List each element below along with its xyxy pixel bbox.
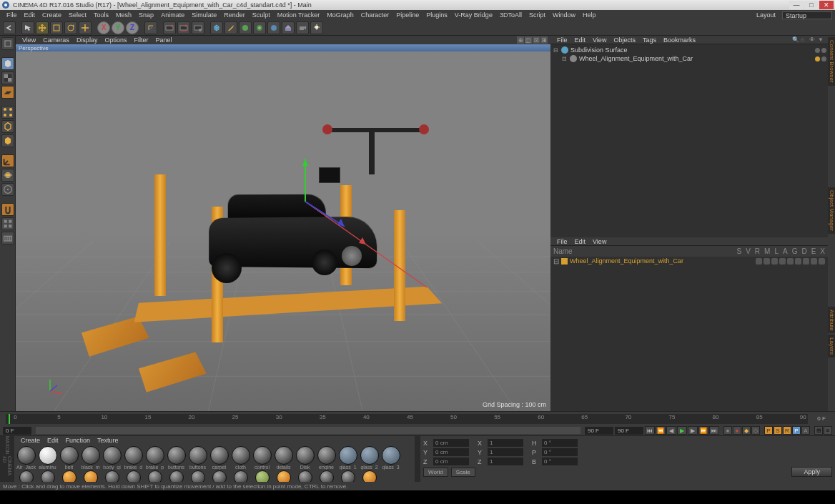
menu-create[interactable]: Create — [39, 11, 65, 19]
rot-b-field[interactable]: 0 ° — [542, 458, 578, 465]
obj-menu-tags[interactable]: Tags — [639, 36, 660, 44]
menu-plugins[interactable]: Plugins — [423, 11, 451, 19]
pla-key-button[interactable]: A — [801, 426, 810, 435]
layer-color-swatch[interactable] — [561, 258, 568, 265]
vp-config4-icon[interactable]: ⊞ — [540, 36, 548, 44]
record-button[interactable]: ● — [723, 426, 732, 435]
layout-dropdown[interactable]: Startup — [782, 11, 832, 19]
scale-key-button[interactable]: S — [774, 426, 782, 435]
material-item[interactable] — [252, 470, 272, 482]
coord-mode-dropdown[interactable]: World — [423, 468, 448, 477]
scale-x-field[interactable]: 1 — [488, 439, 523, 447]
vp-menu-cameras[interactable]: Cameras — [39, 36, 73, 44]
menu-render[interactable]: Render — [220, 11, 249, 19]
menu-animate[interactable]: Animate — [157, 11, 188, 19]
model-mode-button[interactable] — [1, 57, 14, 70]
timeline-end-in-field[interactable]: 90 F — [585, 427, 613, 435]
polygons-mode-button[interactable] — [1, 134, 14, 147]
scale-button[interactable] — [50, 21, 63, 34]
menu-sculpt[interactable]: Sculpt — [249, 11, 274, 19]
tab-layers[interactable]: Layers — [828, 335, 835, 357]
attr-dot-icon[interactable] — [819, 258, 825, 265]
pos-z-field[interactable]: 0 cm — [433, 458, 469, 465]
material-scrollbar[interactable] — [415, 436, 420, 482]
deformer-button[interactable] — [267, 21, 280, 34]
search-icon[interactable]: 🔍 — [792, 36, 799, 44]
eye-icon[interactable]: 👁 — [809, 36, 816, 44]
next-frame-button[interactable]: ▶ — [688, 426, 698, 435]
timeline-start-field[interactable]: 0 F — [3, 427, 31, 435]
param-key-button[interactable]: P — [792, 426, 801, 435]
obj-menu-edit[interactable]: Edit — [571, 36, 590, 44]
minimize-button[interactable]: — — [789, 1, 804, 9]
vp-menu-view[interactable]: View — [19, 36, 39, 44]
pos-x-field[interactable]: 0 cm — [433, 439, 469, 447]
keysel-button[interactable]: ◇ — [751, 426, 760, 435]
menu-select[interactable]: Select — [65, 11, 90, 19]
snap-enable-button[interactable] — [1, 203, 14, 216]
material-item[interactable] — [16, 470, 36, 482]
timeline-ruler[interactable]: 051015202530354045505560657075808590 0 F — [0, 411, 835, 425]
mat-menu-create[interactable]: Create — [17, 437, 44, 444]
scale-y-field[interactable]: 1 — [488, 448, 523, 456]
y-axis-toggle[interactable]: Y — [112, 21, 124, 34]
menu-script[interactable]: Script — [525, 11, 549, 19]
autokey-button[interactable]: ● — [733, 426, 741, 435]
menu-window[interactable]: Window — [549, 11, 579, 19]
material-item[interactable] — [123, 470, 144, 482]
close-button[interactable]: ✕ — [819, 1, 834, 9]
x-axis-toggle[interactable]: X — [97, 21, 110, 34]
attr-menu-file[interactable]: File — [553, 238, 571, 245]
edges-mode-button[interactable] — [1, 120, 14, 133]
snap-settings-button[interactable] — [1, 217, 14, 230]
expand-icon[interactable]: ⊟ — [553, 47, 559, 54]
environment-button[interactable] — [282, 21, 295, 34]
menu-file[interactable]: File — [3, 11, 21, 19]
workplane-snap-button[interactable] — [1, 232, 14, 244]
mat-menu-edit[interactable]: Edit — [44, 437, 62, 444]
material-engine[interactable]: engine — [316, 446, 337, 470]
attr-item-label[interactable]: Wheel_Alignment_Equipment_with_Car — [570, 257, 683, 265]
attr-dot-icon[interactable] — [787, 258, 794, 265]
menu-edit[interactable]: Edit — [21, 11, 39, 19]
spline-pen-button[interactable] — [224, 21, 237, 34]
visibility-dot[interactable] — [821, 56, 826, 61]
menu-simulate[interactable]: Simulate — [188, 11, 220, 19]
rot-p-field[interactable]: 0 ° — [542, 448, 578, 456]
menu-mesh[interactable]: Mesh — [112, 11, 135, 19]
material-brake_p[interactable]: brake_p — [144, 446, 165, 470]
material-item[interactable] — [316, 470, 337, 482]
menu-motion-tracker[interactable]: Motion Tracker — [274, 11, 324, 19]
menu-tools[interactable]: Tools — [90, 11, 112, 19]
attr-dot-icon[interactable] — [764, 258, 770, 265]
tree-row[interactable]: ⊟Wheel_Alignment_Equipment_with_Car — [552, 54, 826, 63]
rot-h-field[interactable]: 0 ° — [542, 439, 578, 447]
material-details[interactable]: details — [273, 446, 294, 470]
material-item[interactable] — [37, 470, 58, 482]
object-tree[interactable]: ⊟Subdivision Surface⊟Wheel_Alignment_Equ… — [550, 44, 828, 237]
render-pv-button[interactable] — [177, 21, 190, 34]
material-item[interactable] — [230, 470, 251, 482]
keyframe-mode2-button[interactable]: ≡ — [824, 426, 832, 435]
material-item[interactable] — [187, 470, 208, 482]
timeline-end-out-field[interactable]: 90 F — [615, 427, 643, 435]
vp-menu-panel[interactable]: Panel — [152, 36, 175, 44]
material-brake_d[interactable]: brake_d — [123, 446, 144, 470]
visibility-dot[interactable] — [815, 48, 820, 53]
material-item[interactable] — [295, 470, 315, 482]
vp-config2-icon[interactable]: ◫ — [525, 36, 532, 44]
maximize-button[interactable]: □ — [804, 1, 819, 9]
material-glass_1[interactable]: glass_1 — [337, 446, 358, 470]
move-button[interactable] — [36, 21, 49, 34]
play-button[interactable]: ▶ — [677, 426, 687, 435]
live-select-button[interactable] — [21, 21, 34, 34]
attr-dot-icon[interactable] — [811, 258, 817, 265]
light-button[interactable] — [310, 21, 323, 34]
material-glass_3[interactable]: glass_3 — [380, 446, 401, 470]
material-item[interactable] — [359, 470, 380, 482]
timeline-scrubber[interactable] — [36, 427, 580, 434]
attr-dot-icon[interactable] — [756, 258, 762, 265]
attr-dot-icon[interactable] — [803, 258, 809, 265]
menu-character[interactable]: Character — [357, 11, 393, 19]
tab-object-manager[interactable]: Object Manager — [828, 187, 835, 234]
